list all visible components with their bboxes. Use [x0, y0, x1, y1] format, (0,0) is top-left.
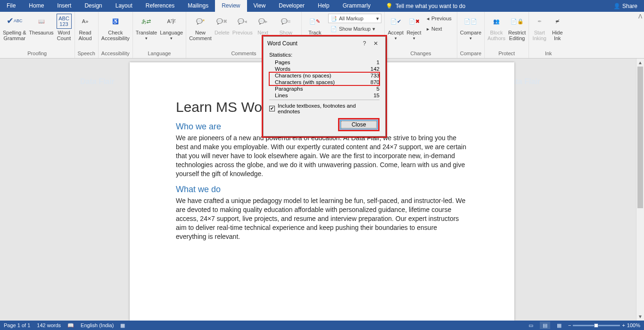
- help-button[interactable]: ?: [359, 40, 370, 47]
- scroll-down-icon[interactable]: ▼: [636, 313, 644, 321]
- group-language: あ⇄Translate▾ A字Language▾ Language: [133, 12, 186, 58]
- stat-pages: Pages1: [269, 59, 380, 66]
- scroll-up-icon[interactable]: ▲: [636, 59, 644, 67]
- language-button[interactable]: A字Language▾: [160, 14, 183, 41]
- new-comment-icon: 💬*: [193, 14, 208, 29]
- collapse-ribbon-button[interactable]: ᐱ: [638, 12, 644, 58]
- tab-file[interactable]: File: [0, 0, 22, 12]
- new-comment-button[interactable]: 💬*New Comment: [189, 14, 212, 41]
- paragraph-1: We are pioneers of a new and powerful er…: [176, 134, 468, 178]
- tab-references[interactable]: References: [139, 0, 181, 12]
- accessibility-icon: ♿: [108, 14, 123, 29]
- spellcheck-icon: ✔ABC: [7, 14, 22, 29]
- vertical-scrollbar[interactable]: ▲ ▼: [636, 59, 644, 321]
- prev-change-button[interactable]: ◂Previous: [424, 14, 454, 23]
- dialog-titlebar[interactable]: Word Count ? ✕: [264, 37, 385, 50]
- view-print-button[interactable]: ▤: [540, 322, 550, 329]
- show-comments-icon: 💬≡: [278, 14, 293, 29]
- watermark: Data Flair: [80, 77, 115, 86]
- read-aloud-button[interactable]: A»Read Aloud: [78, 14, 93, 41]
- next-icon: ▸: [427, 26, 429, 32]
- tab-insert[interactable]: Insert: [50, 0, 78, 12]
- thesaurus-button[interactable]: 📖Thesaurus: [29, 14, 54, 35]
- tab-review[interactable]: Review: [215, 0, 247, 12]
- spelling-grammar-button[interactable]: ✔ABCSpelling & Grammar: [3, 14, 26, 41]
- share-label: Share: [622, 3, 637, 9]
- tab-home[interactable]: Home: [22, 0, 50, 12]
- accept-icon: 📄✔: [388, 14, 403, 29]
- tab-mailings[interactable]: Mailings: [181, 0, 215, 12]
- compare-icon: 📄📄: [463, 14, 478, 29]
- word-count-dialog: Word Count ? ✕ Statistics: Pages1 Words1…: [263, 36, 386, 136]
- zoom-in-icon[interactable]: +: [622, 322, 625, 328]
- reject-button[interactable]: 📄✖Reject▾: [406, 14, 421, 41]
- chars-highlight: Characters (no spaces)733 Characters (wi…: [269, 72, 380, 85]
- next-change-button[interactable]: ▸Next: [424, 24, 454, 34]
- language-icon: A字: [164, 14, 179, 29]
- restrict-editing-button[interactable]: 📄🔒Restrict Editing: [508, 14, 526, 41]
- accept-button[interactable]: 📄✔Accept▾: [388, 14, 404, 41]
- close-icon[interactable]: ✕: [370, 40, 381, 47]
- tab-design[interactable]: Design: [78, 0, 108, 12]
- include-label: Include textboxes, footnotes and endnote…: [278, 103, 380, 114]
- view-web-button[interactable]: ▦: [554, 322, 564, 329]
- track-changes-icon: 📄✎: [307, 14, 322, 29]
- group-compare: 📄📄Compare▾ Compare: [457, 12, 485, 58]
- include-checkbox[interactable]: ✔ Include textboxes, footnotes and endno…: [269, 103, 380, 114]
- tab-view[interactable]: View: [247, 0, 272, 12]
- block-authors-icon: 👥: [489, 14, 504, 29]
- tab-help[interactable]: Help: [311, 0, 336, 12]
- group-changes: 📄✔Accept▾ 📄✖Reject▾ ◂Previous ▸Next Chan…: [385, 12, 457, 58]
- translate-button[interactable]: あ⇄Translate▾: [136, 14, 157, 41]
- markup-icon: 📄: [330, 26, 337, 32]
- read-aloud-icon: A»: [78, 14, 93, 29]
- prev-comment-icon: 💬◂: [235, 14, 250, 29]
- zoom-slider[interactable]: [573, 325, 620, 326]
- thesaurus-icon: 📖: [34, 14, 49, 29]
- stat-chars-with-spaces: Characters (with spaces)870: [269, 79, 380, 85]
- zoom-out-icon[interactable]: −: [568, 322, 571, 328]
- tab-grammarly[interactable]: Grammarly: [336, 0, 377, 12]
- status-page[interactable]: Page 1 of 1: [4, 322, 30, 328]
- tell-me-search[interactable]: 💡 Tell me what you want to do: [381, 3, 470, 9]
- display-for-review-dropdown[interactable]: 📑All Markup▾: [328, 14, 382, 23]
- prev-comment-button: 💬◂Previous: [232, 14, 253, 35]
- statistics-label: Statistics:: [269, 52, 380, 58]
- view-readmode-button[interactable]: ▭: [526, 322, 536, 329]
- block-authors-button: 👥Block Authors: [487, 14, 505, 41]
- group-protect: 👥Block Authors 📄🔒Restrict Editing Protec…: [485, 12, 529, 58]
- tab-developer[interactable]: Developer: [272, 0, 311, 12]
- heading-what-we-do: What we do: [176, 185, 468, 195]
- dialog-title-text: Word Count: [267, 40, 297, 47]
- checkbox-icon: ✔: [269, 106, 275, 111]
- status-words[interactable]: 142 words: [37, 322, 61, 328]
- tell-me-label: Tell me what you want to do: [396, 3, 465, 9]
- group-speech: A»Read Aloud Speech: [75, 12, 99, 58]
- ink-icon: ✒: [532, 14, 547, 29]
- hide-ink-button[interactable]: ✒̸Hide Ink: [550, 14, 565, 41]
- group-ink: ✒Start Inking ✒̸Hide Ink Ink: [529, 12, 568, 58]
- stat-words: Words142: [269, 66, 380, 72]
- compare-button[interactable]: 📄📄Compare▾: [460, 14, 481, 41]
- check-accessibility-button[interactable]: ♿Check Accessibility: [101, 14, 130, 41]
- next-comment-button: 💬▸Next: [256, 14, 271, 35]
- scroll-thumb[interactable]: [637, 67, 643, 208]
- zoom-percent[interactable]: 100%: [627, 322, 640, 328]
- zoom-control[interactable]: − + 100%: [568, 322, 640, 328]
- show-markup-dropdown[interactable]: 📄Show Markup ▾: [328, 24, 382, 34]
- tab-layout[interactable]: Layout: [109, 0, 139, 12]
- translate-icon: あ⇄: [139, 14, 154, 29]
- stat-lines: Lines15: [269, 92, 380, 99]
- word-count-button[interactable]: ABC123Word Count: [57, 14, 72, 41]
- status-language[interactable]: English (India): [81, 322, 114, 328]
- delete-comment-icon: 💬✖: [215, 14, 230, 29]
- share-button[interactable]: 👤 Share: [607, 3, 644, 9]
- status-proof-icon[interactable]: 📖: [67, 322, 74, 329]
- prev-icon: ◂: [427, 16, 429, 22]
- status-macro-icon[interactable]: ▦: [120, 322, 125, 329]
- close-button[interactable]: Close: [340, 120, 378, 129]
- stat-paragraphs: Paragraphs5: [269, 85, 380, 92]
- ribbon-tabbar: File Home Insert Design Layout Reference…: [0, 0, 644, 12]
- restrict-icon: 📄🔒: [510, 14, 525, 29]
- paragraph-2: We have crafted a unique pedagogy model …: [176, 196, 468, 241]
